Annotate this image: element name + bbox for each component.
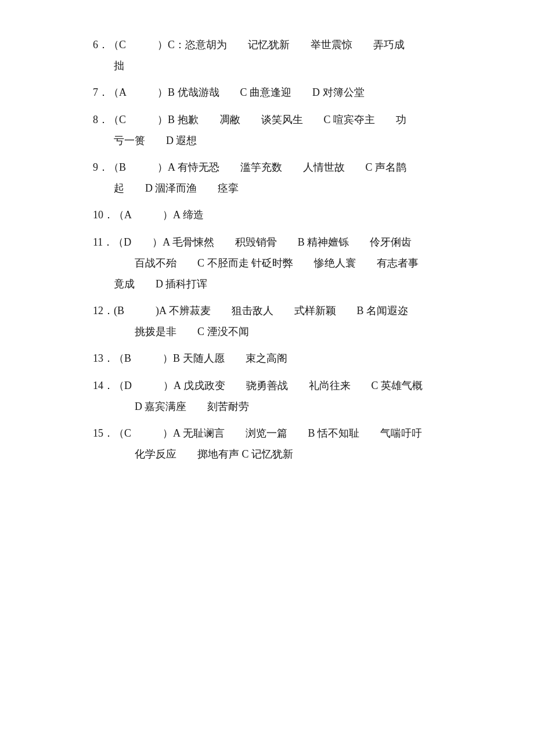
q7-line1: 7．（A ）B 优哉游哉 C 曲意逢迎 D 对簿公堂 (93, 82, 453, 102)
question-14: 14．（D ）A 戊戌政变 骁勇善战 礼尚往来 C 英雄气概 D 嘉宾满座 刻苦… (93, 376, 453, 416)
question-6: 6．（C ）C：恣意胡为 记忆犹新 举世震惊 弄巧成 拙 (93, 35, 453, 75)
page-content: 6．（C ）C：恣意胡为 记忆犹新 举世震惊 弄巧成 拙 7．（A ）B 优哉游… (0, 0, 534, 506)
q12-line1: 12．(B )A 不辨菽麦 狙击敌人 式样新颖 B 名闻遐迩 (93, 301, 453, 321)
question-13: 13．（B ）B 天随人愿 束之高阁 (93, 348, 453, 368)
question-11: 11．（D ）A 毛骨悚然 积毁销骨 B 精神嬗铄 伶牙俐齿 百战不殆 C 不胫… (93, 232, 453, 294)
q6-line2: 拙 (93, 56, 453, 75)
q14-line2: D 嘉宾满座 刻苦耐劳 (93, 397, 453, 416)
q14-line1: 14．（D ）A 戊戌政变 骁勇善战 礼尚往来 C 英雄气概 (93, 376, 453, 395)
q10-line1: 10．（A ）A 缔造 (93, 205, 453, 225)
q15-line1: 15．（C ）A 无耻谰言 浏览一篇 B 恬不知耻 气喘吁吁 (93, 423, 453, 443)
question-9: 9．（B ）A 有恃无恐 滥竽充数 人情世故 C 声名鹊 起 D 涸泽而渔 痉挛 (93, 157, 453, 198)
question-10: 10．（A ）A 缔造 (93, 205, 453, 225)
q11-line3: 竟成 D 插科打诨 (93, 274, 453, 294)
q9-line1: 9．（B ）A 有恃无恐 滥竽充数 人情世故 C 声名鹊 (93, 157, 453, 177)
q8-line2: 亏一篑 D 遐想 (93, 131, 453, 150)
question-7: 7．（A ）B 优哉游哉 C 曲意逢迎 D 对簿公堂 (93, 82, 453, 102)
q11-line1: 11．（D ）A 毛骨悚然 积毁销骨 B 精神嬗铄 伶牙俐齿 (93, 232, 453, 252)
q11-line2: 百战不殆 C 不胫而走 针砭时弊 惨绝人寰 有志者事 (93, 253, 453, 273)
question-8: 8．（C ）B 抱歉 凋敝 谈笑风生 C 喧宾夺主 功 亏一篑 D 遐想 (93, 110, 453, 150)
q6-line1: 6．（C ）C：恣意胡为 记忆犹新 举世震惊 弄巧成 (93, 35, 453, 55)
q12-line2: 挑拨是非 C 湮没不闻 (93, 322, 453, 341)
q15-line2: 化学反应 掷地有声 C 记忆犹新 (93, 444, 453, 464)
question-12: 12．(B )A 不辨菽麦 狙击敌人 式样新颖 B 名闻遐迩 挑拨是非 C 湮没… (93, 301, 453, 341)
q13-line1: 13．（B ）B 天随人愿 束之高阁 (93, 348, 453, 368)
q9-line2: 起 D 涸泽而渔 痉挛 (93, 178, 453, 198)
question-15: 15．（C ）A 无耻谰言 浏览一篇 B 恬不知耻 气喘吁吁 化学反应 掷地有声… (93, 423, 453, 464)
q8-line1: 8．（C ）B 抱歉 凋敝 谈笑风生 C 喧宾夺主 功 (93, 110, 453, 129)
